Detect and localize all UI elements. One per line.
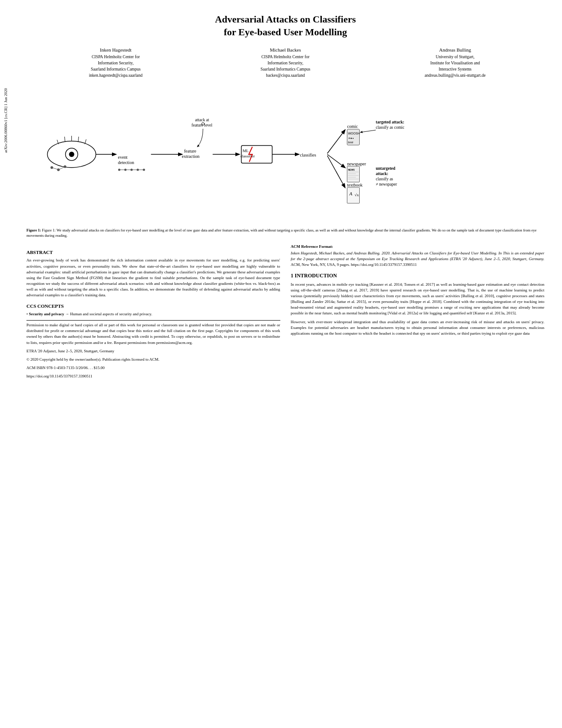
svg-line-13: [59, 167, 64, 170]
author-3-affil: University of Stuttgart, Institute for V…: [370, 54, 540, 73]
ccs-heading: CCS CONCEPTS: [26, 303, 280, 309]
author-2-email: backes@cispa.saarland: [201, 72, 370, 78]
svg-point-11: [64, 165, 67, 168]
svg-text:targeted attack:: targeted attack:: [376, 120, 405, 124]
arxiv-label: arXiv:2006.00860v1 [cs.CR] 1 Jun 2020: [4, 88, 12, 153]
ccs-text: • Security and privacy → Human and socie…: [26, 311, 280, 317]
author-1: Inken Hagestedt CISPA Helmholtz Center f…: [31, 46, 201, 79]
svg-line-37: [328, 130, 345, 153]
svg-text:extraction: extraction: [182, 154, 200, 159]
footer-etra: ETRA '20 Adjunct, June 2–5, 2020, Stuttg…: [26, 348, 280, 354]
figure-caption-text: Figure 1: We study adversarial attacks o…: [26, 228, 536, 238]
intro-heading: 1 INTRODUCTION: [291, 273, 545, 279]
svg-point-16: [118, 168, 120, 171]
svg-point-2: [69, 152, 74, 157]
svg-text:feature: feature: [184, 149, 197, 153]
author-2-name: Michael Backes: [201, 46, 370, 54]
svg-line-6: [78, 137, 79, 142]
authors-row: Inken Hagestedt CISPA Helmholtz Center f…: [22, 46, 549, 79]
left-column: ABSTRACT An ever-growing body of work ha…: [26, 244, 280, 381]
acm-ref-heading: ACM Reference Format:: [291, 244, 545, 249]
title-block: Adversarial Attacks on Classifiers for E…: [22, 13, 549, 38]
svg-text:event: event: [118, 155, 128, 160]
main-title: Adversarial Attacks on Classifiers for E…: [48, 13, 522, 38]
svg-point-18: [124, 168, 127, 171]
two-column-layout: ABSTRACT An ever-growing body of work ha…: [22, 244, 549, 381]
figure-svg: event detection feature extraction attac…: [22, 86, 549, 223]
author-1-name: Inken Hagestedt: [31, 46, 201, 54]
svg-text:newspaper: newspaper: [347, 161, 366, 166]
intro-para-1: In recent years, advances in mobile eye …: [291, 282, 545, 316]
acm-ref-text: Inken Hagestedt, Michael Backes, and And…: [291, 250, 545, 267]
footer-isbn: ACM ISBN 978-1-4503-7135-3/20/06. . . $1…: [26, 365, 280, 371]
figure-1: event detection feature extraction attac…: [22, 86, 549, 223]
svg-text:WOOSH: WOOSH: [348, 132, 360, 135]
author-3-name: Andreas Bulling: [370, 46, 540, 54]
svg-text:NEWS: NEWS: [348, 168, 355, 171]
acm-ref-publisher: ACM, New York, NY, USA, 9 pages. https:/…: [291, 262, 417, 267]
svg-line-59: [361, 130, 376, 132]
svg-text:attack at: attack at: [195, 118, 209, 122]
svg-line-39: [328, 156, 345, 187]
abstract-para-1: An ever-growing body of work has demonst…: [26, 258, 280, 298]
svg-text:★ ■ ●: ★ ■ ●: [348, 137, 354, 139]
author-2-affil: CISPA Helmholtz Center for Information S…: [201, 54, 370, 73]
footer-doi: https://doi.org/10.1145/3379157.3390511: [26, 373, 280, 379]
svg-point-24: [143, 168, 145, 171]
title-line2: for Eye-based User Modelling: [224, 26, 347, 37]
svg-text:comic: comic: [347, 124, 358, 129]
svg-text:classify as: classify as: [376, 177, 394, 181]
footer-copyright: © 2020 Copyright held by the owner/autho…: [26, 357, 280, 362]
svg-text:untargeted: untargeted: [376, 166, 396, 171]
svg-line-4: [65, 137, 65, 142]
author-1-affil: CISPA Helmholtz Center for Information S…: [31, 54, 201, 73]
svg-text:textbook: textbook: [347, 183, 363, 187]
svg-text:A: A: [349, 191, 353, 196]
svg-text:detection: detection: [118, 160, 134, 165]
title-line1: Adversarial Attacks on Classifiers: [215, 14, 356, 25]
svg-point-20: [130, 168, 133, 171]
svg-point-22: [137, 168, 139, 171]
acm-ref-authors: Inken Hagestedt, Michael Backes, and And…: [291, 251, 503, 255]
svg-text:classifies: classifies: [300, 153, 316, 157]
author-1-email: inken.hagestedt@cispa.saarland: [31, 72, 201, 78]
author-3-email: andreas.bulling@vis.uni-stuttgart.de: [370, 72, 540, 78]
author-2: Michael Backes CISPA Helmholtz Center fo…: [201, 46, 370, 79]
svg-text:√x: √x: [355, 193, 359, 197]
footer-notes: Permission to make digital or hard copie…: [26, 320, 280, 379]
right-column: ACM Reference Format: Inken Hagestedt, M…: [291, 244, 545, 381]
figure-caption: Figure 1: Figure 1: We study adversarial…: [22, 228, 549, 239]
svg-text:attack:: attack:: [376, 172, 389, 176]
svg-text:feature level: feature level: [192, 123, 213, 127]
footer-permission: Permission to make digital or hard copie…: [26, 322, 280, 345]
svg-text:classify as comic: classify as comic: [376, 125, 405, 130]
svg-text:≠ newspaper: ≠ newspaper: [376, 182, 398, 187]
svg-text:ML: ML: [243, 149, 249, 153]
svg-text:BAM!: BAM!: [348, 141, 354, 144]
abstract-heading: ABSTRACT: [26, 250, 280, 255]
author-3: Andreas Bulling University of Stuttgart,…: [370, 46, 540, 79]
figure-caption-label: Figure 1:: [26, 228, 41, 232]
intro-para-2: However, with ever-more widespread integ…: [291, 319, 545, 336]
